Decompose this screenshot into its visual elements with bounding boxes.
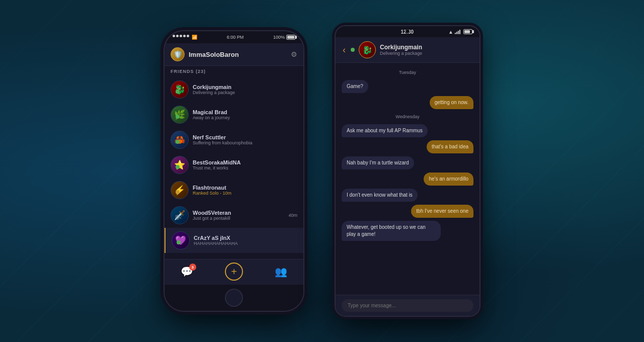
friend-status: Trust me, it works — [193, 165, 297, 170]
friend-avatar-wrap: 🗡️ — [171, 206, 189, 224]
friend-item-wood5veteran[interactable]: 🗡️ Wood5Veteran Just got a pentakill 40m — [165, 203, 303, 228]
friend-name: Nerf Scuttler — [193, 134, 297, 140]
friends-list: 🐉 Corkijungmain Delivering a package 🌿 — [165, 77, 303, 259]
message-row: that's a bad idea — [342, 140, 473, 153]
friends-nav-item[interactable]: 👥 — [275, 266, 287, 278]
message-bubble: Nah baby I'm a turtle wizard — [342, 156, 414, 169]
add-friend-button[interactable]: + — [225, 263, 243, 281]
left-phone-content: 🛡️ ImmaSoloBaron ⚙ FRIENDS (23) 🐉 Corkij… — [165, 43, 303, 285]
front-camera — [406, 29, 410, 33]
battery-pct: 100% — [273, 35, 285, 40]
message-row: tbh I've never seen one — [342, 205, 473, 218]
friend-avatar-crazy: 💜 — [172, 231, 190, 249]
wifi-icon: 📶 — [192, 35, 197, 40]
username-label: ImmaSoloBaron — [189, 51, 287, 58]
message-row: Ask me about my full AP Rammus — [342, 124, 473, 137]
friend-avatar-wrap: ⭐ — [171, 156, 189, 174]
friend-avatar-wrap: ⚡ — [171, 181, 189, 199]
friend-avatar-wrap: 🌿 — [171, 106, 189, 124]
home-button-area — [165, 285, 303, 311]
friend-info: Flashtronaut Ranked Solo - 10m — [193, 185, 297, 196]
friend-avatar-wrap: 💜 — [172, 231, 190, 249]
back-button[interactable]: ‹ — [342, 44, 347, 56]
message-bubble: he's an armordillo — [424, 173, 473, 186]
friend-avatar-flash: ⚡ — [171, 181, 189, 199]
message-row: Game? — [342, 80, 473, 93]
message-bubble: getting on now. — [430, 96, 473, 109]
chat-input-area — [336, 295, 479, 316]
friend-info: Magical Brad Away on a journey — [193, 109, 297, 120]
friend-avatar-wood: 🗡️ — [171, 206, 189, 224]
status-dot-online — [177, 240, 181, 244]
status-dot-online — [176, 115, 180, 119]
status-dot-online — [176, 140, 180, 144]
friend-status: Delivering a package — [193, 90, 297, 95]
home-button[interactable] — [225, 289, 243, 307]
message-bubble: tbh I've never seen one — [411, 205, 473, 218]
right-phone-content: ‹ 🐉 Corkijungmain Delivering a package T… — [336, 37, 479, 316]
message-row: Whatever, get booted up so we can play a… — [342, 221, 473, 241]
right-phone: placeholder 12:30 ▲ ‹ 🐉 Corkijungm — [335, 25, 480, 317]
friend-name: Corkijungmain — [193, 84, 297, 90]
friend-status: Just got a pentakill — [193, 216, 284, 221]
message-input[interactable] — [342, 299, 473, 312]
chat-nav-item[interactable]: 💬 3 — [181, 266, 193, 278]
day-label-wednesday: Wednesday — [342, 114, 473, 119]
friend-name: Flashtronaut — [193, 185, 297, 191]
message-row: he's an armordillo — [342, 173, 473, 186]
friend-item-crazyjinx[interactable]: 💜 CrAzY aS jInX HAHAHAHAHAHAHA — [165, 228, 303, 253]
message-bubble: Ask me about my full AP Rammus — [342, 124, 428, 137]
signal-bars — [455, 29, 460, 34]
friend-name: Magical Brad — [193, 109, 297, 115]
friend-time: 40m — [288, 213, 297, 218]
friend-info: Nerf Scuttler Suffering from kabourophob… — [193, 134, 297, 145]
friend-name: Wood5Veteran — [193, 210, 284, 216]
status-dot-online — [176, 165, 180, 169]
add-icon: + — [231, 266, 237, 278]
status-time: 6:00 PM — [227, 35, 244, 40]
chat-header-info: Corkijungmain Delivering a package — [380, 44, 473, 56]
friend-item-corkijungmain[interactable]: 🐉 Corkijungmain Delivering a package — [165, 77, 303, 102]
status-dot-online — [176, 90, 180, 94]
friend-item-nerfscuttler[interactable]: 🦀 Nerf Scuttler Suffering from kabouroph… — [165, 127, 303, 152]
friend-info: Wood5Veteran Just got a pentakill — [193, 210, 284, 221]
status-dot-gaming — [176, 190, 180, 194]
friend-status: Away on a journey — [193, 115, 297, 120]
app-header: 🛡️ ImmaSoloBaron ⚙ — [165, 43, 303, 66]
friends-header-label: FRIENDS (23) — [165, 66, 303, 77]
message-bubble: Whatever, get booted up so we can play a… — [342, 221, 441, 241]
message-bubble: I don't even know what that is — [342, 189, 418, 202]
chat-badge: 3 — [189, 264, 196, 271]
friend-avatar-wrap: 🐉 — [171, 80, 189, 99]
chat-contact-status: Delivering a package — [380, 51, 473, 56]
friends-icon: 👥 — [275, 266, 287, 278]
battery-icon — [286, 35, 295, 40]
message-row: getting on now. — [342, 96, 473, 109]
left-phone: 📶 6:00 PM 100% 🛡️ ImmaSoloBaron ⚙ FRIEND… — [164, 30, 304, 312]
message-bubble: Game? — [342, 80, 368, 93]
battery-area: 100% — [273, 35, 295, 40]
friend-item-flashtronaut[interactable]: ⚡ Flashtronaut Ranked Solo - 10m — [165, 178, 303, 203]
friend-status: Suffering from kabourophobia — [193, 140, 297, 145]
day-label-tuesday: Tuesday — [342, 70, 473, 75]
left-status-bar: 📶 6:00 PM 100% — [165, 31, 303, 43]
friend-status: HAHAHAHAHAHAHA — [194, 241, 297, 246]
battery-icon — [463, 29, 472, 34]
wifi-icon: ▲ — [448, 29, 453, 35]
friend-item-magicalbrad[interactable]: 🌿 Magical Brad Away on a journey — [165, 102, 303, 127]
friend-info: Corkijungmain Delivering a package — [193, 84, 297, 95]
chat-avatar: 🐉 — [359, 41, 376, 58]
right-status-bar: placeholder 12:30 ▲ — [336, 26, 479, 37]
message-row: Nah baby I'm a turtle wizard — [342, 156, 473, 169]
message-row: I don't even know what that is — [342, 189, 473, 202]
chat-contact-name: Corkijungmain — [380, 44, 473, 51]
message-bubble: that's a bad idea — [427, 140, 473, 153]
friend-name: CrAzY aS jInX — [194, 235, 297, 241]
friend-avatar-brad: 🌿 — [171, 106, 189, 124]
settings-icon[interactable]: ⚙ — [291, 50, 297, 58]
friend-avatar-cork: 🐉 — [171, 80, 189, 99]
friend-item-bestsoraka[interactable]: ⭐ BestSorakaMidNA Trust me, it works — [165, 152, 303, 178]
friend-name: BestSorakaMidNA — [193, 159, 297, 165]
friend-info: CrAzY aS jInX HAHAHAHAHAHAHA — [194, 235, 297, 246]
bottom-nav: 💬 3 + 👥 — [165, 259, 303, 285]
